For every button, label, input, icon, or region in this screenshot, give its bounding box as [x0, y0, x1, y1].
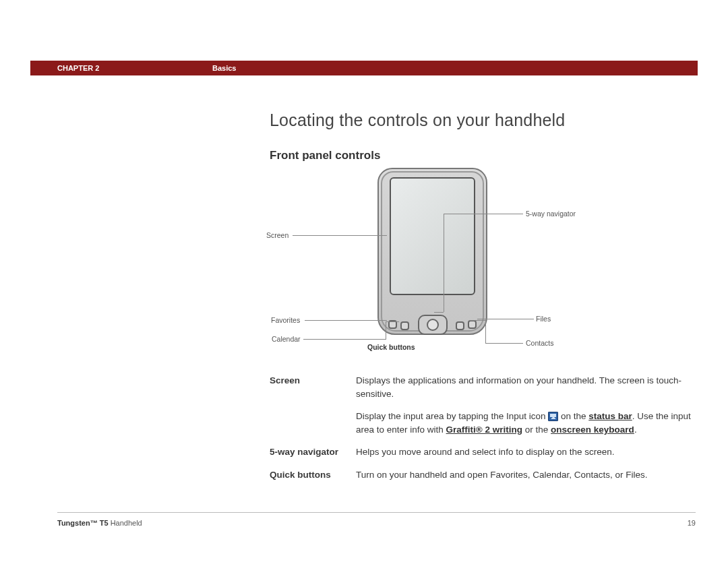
body-navigator: Helps you move around and select info to… — [356, 445, 701, 459]
section-label: Basics — [212, 64, 236, 72]
device-controls-area — [384, 313, 481, 340]
screen-para1: Displays the applications and informatio… — [356, 374, 701, 400]
callout-five-way: 5-way navigator — [526, 210, 576, 218]
definitions-list: Screen Displays the applications and inf… — [270, 374, 701, 481]
leader-line — [469, 320, 485, 321]
leader-line — [305, 320, 387, 321]
graffiti-link[interactable]: Graffiti® 2 writing — [446, 425, 522, 435]
leader-line — [444, 214, 444, 312]
definition-navigator: 5-way navigator Helps you move around an… — [270, 445, 701, 459]
section-heading: Front panel controls — [270, 149, 701, 162]
chapter-label: CHAPTER 2 — [57, 64, 212, 72]
quick-button-calendar — [400, 321, 409, 330]
leader-line — [303, 339, 386, 340]
leader-line — [444, 214, 523, 214]
status-bar-link[interactable]: status bar — [588, 411, 632, 421]
callout-quick-buttons: Quick buttons — [367, 343, 415, 351]
body-screen: Displays the applications and informatio… — [356, 374, 701, 436]
definition-screen: Screen Displays the applications and inf… — [270, 374, 701, 436]
product-name: Tungsten™ T5 Handheld — [57, 519, 142, 527]
product-rest: Handheld — [109, 519, 142, 527]
five-way-navigator — [418, 315, 448, 335]
page-content: Locating the controls on your handheld F… — [270, 111, 701, 481]
leader-line — [434, 312, 444, 313]
page-footer: Tungsten™ T5 Handheld 19 — [57, 519, 696, 527]
text: . — [634, 425, 637, 435]
input-icon — [548, 412, 558, 421]
body-quick-buttons: Turn on your handheld and open Favorites… — [356, 468, 701, 482]
front-panel-diagram: Screen Favorites Calendar Quick buttons … — [270, 168, 701, 363]
term-quick-buttons: Quick buttons — [270, 468, 356, 482]
definition-quick-buttons: Quick buttons Turn on your handheld and … — [270, 468, 701, 482]
callout-calendar: Calendar — [272, 335, 301, 343]
quick-button-files — [456, 321, 464, 330]
screen-para2: Display the input area by tapping the In… — [356, 410, 701, 436]
leader-line — [485, 343, 523, 344]
term-navigator: 5-way navigator — [270, 445, 356, 459]
footer-rule — [57, 512, 696, 513]
page-number: 19 — [688, 519, 696, 527]
text: or the — [522, 425, 551, 435]
quick-button-contacts — [468, 320, 477, 329]
leader-line — [293, 235, 387, 236]
product-bold: Tungsten™ T5 — [57, 519, 109, 527]
leader-line — [485, 320, 486, 344]
leader-line — [386, 321, 386, 340]
page-title: Locating the controls on your handheld — [270, 111, 701, 130]
callout-contacts: Contacts — [526, 339, 553, 347]
leader-line — [477, 319, 534, 319]
device-illustration — [377, 168, 487, 344]
leader-line — [386, 321, 399, 322]
text: on the — [558, 411, 588, 421]
callout-favorites: Favorites — [271, 316, 300, 324]
term-screen: Screen — [270, 374, 356, 436]
callout-files: Files — [536, 315, 551, 323]
onscreen-keyboard-link[interactable]: onscreen keyboard — [551, 425, 634, 435]
callout-screen: Screen — [266, 231, 289, 239]
text: Display the input area by tapping the In… — [356, 411, 548, 421]
chapter-header: CHAPTER 2 Basics — [30, 61, 698, 75]
device-screen — [390, 177, 475, 295]
